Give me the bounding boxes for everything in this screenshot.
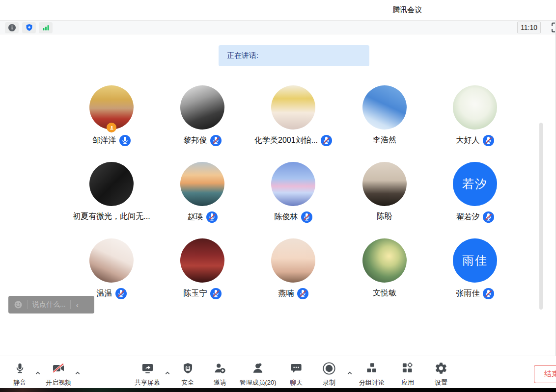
mic-muted-icon[interactable] bbox=[297, 288, 308, 299]
chat-bubble-icon bbox=[290, 362, 303, 375]
toolbar-manage-members-button[interactable]: 管理成员(20) bbox=[239, 362, 276, 387]
toolbar-label: 聊天 bbox=[290, 378, 303, 387]
toolbar-label: 开启视频 bbox=[46, 378, 71, 387]
toolbar-settings-button[interactable]: 设置 bbox=[435, 362, 448, 387]
speaking-banner-label: 正在讲话: bbox=[227, 51, 258, 60]
toolbar-start-video-button[interactable]: 开启视频 bbox=[46, 362, 71, 387]
chevron-up-icon[interactable] bbox=[35, 370, 41, 376]
status-strip: 11:10 bbox=[0, 20, 556, 34]
emoji-button[interactable] bbox=[13, 300, 23, 310]
participant-avatar bbox=[89, 162, 134, 206]
participant-tile[interactable]: 陈盼 bbox=[338, 162, 431, 222]
emoji-smiley-icon bbox=[13, 300, 23, 310]
participant-tile[interactable]: 雨佳张雨佳 bbox=[428, 238, 522, 299]
participant-avatar bbox=[453, 85, 497, 130]
mic-muted-icon[interactable] bbox=[206, 211, 218, 223]
participant-avatar bbox=[180, 162, 224, 206]
participant-tile[interactable]: 陈俊林 bbox=[247, 162, 340, 223]
mic-muted-icon[interactable] bbox=[301, 211, 312, 223]
toolbar-security-button[interactable]: 安全 bbox=[181, 362, 194, 387]
window-right-edge bbox=[555, 21, 556, 388]
chat-collapse-button[interactable]: ‹ bbox=[76, 301, 79, 309]
toolbar-apps-button[interactable]: 应用 bbox=[401, 362, 415, 387]
meeting-info-button[interactable] bbox=[5, 22, 19, 33]
toolbar-label: 录制 bbox=[323, 378, 335, 387]
network-status-button[interactable] bbox=[39, 22, 53, 33]
apps-icon bbox=[401, 362, 415, 375]
participant-avatar bbox=[271, 162, 315, 206]
chevron-up-icon[interactable] bbox=[165, 370, 171, 376]
participant-avatar bbox=[362, 85, 407, 130]
chevron-up-icon[interactable] bbox=[347, 370, 353, 376]
participant-tile[interactable]: 若汐翟若汐 bbox=[428, 162, 522, 223]
participant-tile[interactable]: 文悦敏 bbox=[338, 238, 431, 298]
mic-muted-icon[interactable] bbox=[210, 288, 222, 299]
app-title: 腾讯会议 bbox=[392, 5, 422, 15]
toolbar-mute-button[interactable]: 静音 bbox=[13, 362, 26, 387]
participant-tile[interactable]: 陈玉宁 bbox=[156, 238, 249, 299]
bottom-toolbar: 结束 静音开启视频共享屏幕安全邀请管理成员(20)聊天录制分组讨论应用设置 bbox=[0, 356, 556, 388]
participant-tile[interactable]: 李浩然 bbox=[338, 85, 431, 145]
mic-muted-icon[interactable] bbox=[210, 135, 222, 146]
mic-muted-icon[interactable] bbox=[483, 211, 494, 223]
security-shield-icon bbox=[182, 362, 194, 375]
participant-name: 大好人 bbox=[456, 135, 480, 146]
camera-off-icon bbox=[51, 362, 66, 375]
participant-tile[interactable]: 初夏有微光，此间无... bbox=[65, 162, 158, 222]
chevron-up-icon[interactable] bbox=[75, 370, 81, 376]
participant-name: 邹洋洋 bbox=[93, 135, 116, 146]
participant-tile[interactable]: 邹洋洋 bbox=[65, 85, 158, 146]
divider bbox=[28, 300, 28, 309]
invite-person-icon bbox=[214, 362, 227, 375]
participant-avatar bbox=[89, 85, 134, 130]
chat-input-placeholder[interactable]: 说点什么... bbox=[32, 300, 66, 309]
divider bbox=[70, 300, 71, 309]
participant-name: 陈玉宁 bbox=[184, 288, 207, 299]
shield-plus-icon bbox=[25, 23, 34, 32]
mic-muted-icon[interactable] bbox=[321, 135, 332, 146]
chat-quick-bar[interactable]: 说点什么... ‹ bbox=[8, 296, 94, 314]
participant-avatar bbox=[271, 238, 315, 283]
toolbar-label: 邀请 bbox=[214, 378, 226, 387]
network-signal-icon bbox=[41, 23, 51, 32]
participant-tile[interactable]: 黎邦俊 bbox=[156, 85, 249, 146]
microphone-icon bbox=[14, 362, 26, 375]
participant-avatar bbox=[362, 238, 407, 283]
mic-muted-icon[interactable] bbox=[115, 288, 127, 299]
participant-tile[interactable]: 赵瑛 bbox=[156, 162, 249, 223]
participant-name: 翟若汐 bbox=[456, 212, 480, 222]
toolbar-invite-button[interactable]: 邀请 bbox=[214, 362, 227, 387]
toolbar-breakout-button[interactable]: 分组讨论 bbox=[359, 362, 385, 387]
mic-on-icon[interactable] bbox=[119, 135, 131, 146]
toolbar-share-screen-button[interactable]: 共享屏幕 bbox=[135, 362, 160, 387]
protection-button[interactable] bbox=[22, 22, 36, 33]
participant-avatar bbox=[271, 85, 315, 130]
title-bar: 腾讯会议 bbox=[0, 0, 556, 20]
participant-avatar: 若汐 bbox=[453, 162, 497, 206]
mic-muted-icon[interactable] bbox=[483, 288, 494, 299]
meeting-window: 腾讯会议 11:10 bbox=[0, 0, 556, 392]
participant-tile[interactable]: 燕喃 bbox=[247, 238, 340, 299]
participant-name: 温温 bbox=[97, 288, 112, 299]
participant-name: 黎邦俊 bbox=[184, 135, 207, 146]
toolbar-chat-button[interactable]: 聊天 bbox=[290, 362, 303, 387]
share-screen-icon bbox=[141, 362, 154, 375]
participant-name: 初夏有微光，此间无... bbox=[73, 211, 150, 222]
toolbar-record-button[interactable]: 录制 bbox=[322, 362, 336, 387]
participant-tile[interactable]: 温温 bbox=[65, 238, 158, 299]
scrollbar-thumb[interactable] bbox=[539, 123, 543, 310]
record-icon bbox=[322, 362, 336, 375]
mic-muted-icon[interactable] bbox=[483, 135, 494, 146]
participant-tile[interactable]: 化学类2001刘怡... bbox=[247, 85, 340, 146]
meeting-timer: 11:10 bbox=[517, 22, 541, 33]
host-badge-icon bbox=[107, 123, 116, 132]
end-meeting-button[interactable]: 结束 bbox=[534, 365, 556, 383]
participant-name: 赵瑛 bbox=[188, 212, 203, 222]
info-icon bbox=[7, 23, 17, 32]
desktop-taskbar-sliver bbox=[0, 388, 556, 392]
participant-avatar bbox=[180, 238, 224, 283]
participant-tile[interactable]: 大好人 bbox=[428, 85, 522, 146]
toolbar-label: 分组讨论 bbox=[359, 378, 385, 387]
toolbar-label: 应用 bbox=[401, 378, 414, 387]
settings-gear-icon bbox=[435, 362, 448, 375]
